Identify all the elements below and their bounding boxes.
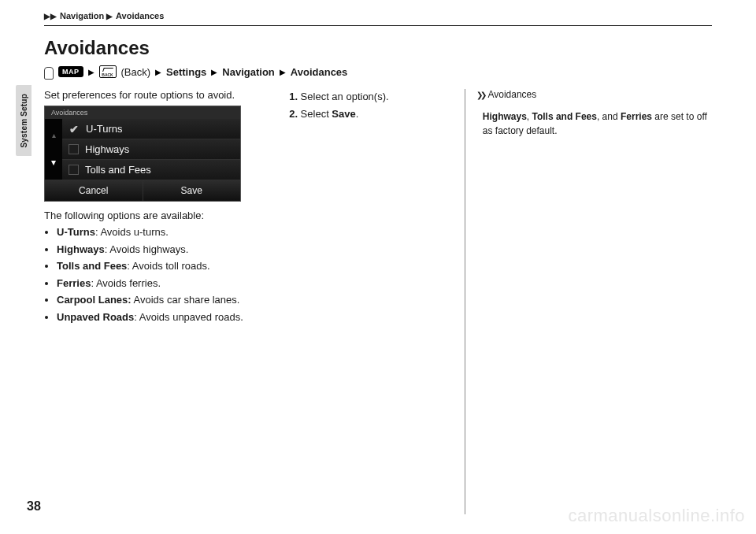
list-item: Unpaved Roads: Avoids unpaved roads. [57,310,263,325]
map-button-icon: MAP [58,66,83,77]
sidebar-body: Highways, Tolls and Fees, and Ferries ar… [476,109,712,138]
checkmark-icon [69,124,80,135]
finger-icon [44,67,54,80]
breadcrumb-part-2: Avoidances [116,11,164,20]
sidebar-heading: ❯❯ Avoidances [476,89,712,100]
steps-list: Select an option(s). Select Save. [287,89,441,121]
path-navigation: Navigation [222,66,274,78]
breadcrumb: ▶▶ Navigation ▶ Avoidances [44,11,712,20]
path-settings: Settings [166,66,206,78]
scroll-down-icon: ▾ [51,157,56,168]
path-avoidances: Avoidances [291,66,348,78]
arrow-icon: ▶ [88,68,94,76]
page-number: 38 [27,499,41,514]
intro-text: Set preferences for route options to avo… [44,89,263,101]
step-1: Select an option(s). [301,89,441,105]
back-label: (Back) [121,66,151,78]
option-uturns: U-Turns [62,119,240,139]
step-2: Select Save. [301,106,441,122]
list-item: Carpool Lanes: Avoids car share lanes. [57,292,263,308]
side-tab: System Setup [16,85,32,156]
screen-title: Avoidances [45,106,240,119]
list-item: U-Turns: Avoids u-turns. [57,224,263,240]
arrow-icon: ▶▶ [44,12,57,20]
option-label: Highways [85,143,129,155]
arrow-icon: ▶ [211,68,217,76]
option-highways: Highways [62,139,240,159]
back-button-icon [99,65,117,78]
options-list: U-Turns: Avoids u-turns. Highways: Avoid… [46,224,263,324]
save-button: Save [143,180,241,201]
arrow-icon: ▶ [106,12,113,20]
breadcrumb-part-1: Navigation [60,11,104,20]
scroll-column: ▴ ▾ [45,119,62,180]
divider [44,25,712,26]
option-label: U-Turns [86,123,122,135]
side-tab-label: System Setup [20,94,28,148]
screenshot-ui: Avoidances ▴ ▾ U-Turns Highways [44,106,241,202]
list-item: Tolls and Fees: Avoids toll roads. [57,258,263,274]
arrow-icon: ▶ [155,68,161,76]
option-label: Tolls and Fees [85,164,151,176]
page-title: Avoidances [44,37,712,59]
arrow-icon: ▶ [280,68,286,76]
double-arrow-icon: ❯❯ [476,91,484,99]
cancel-button: Cancel [45,180,143,201]
nav-path: MAP ▶ (Back) ▶ Settings ▶ Navigation ▶ A… [44,65,712,78]
checkbox-icon [69,165,79,175]
list-item: Ferries: Avoids ferries. [57,276,263,291]
scroll-up-icon: ▴ [52,131,56,139]
checkbox-icon [69,144,79,154]
watermark: carmanualsonline.info [568,506,745,526]
option-tolls: Tolls and Fees [62,159,240,180]
list-item: Highways: Avoids highways. [57,242,263,258]
sidebar-note: ❯❯ Avoidances Highways, Tolls and Fees, … [465,89,712,514]
options-intro: The following options are available: [44,210,263,221]
